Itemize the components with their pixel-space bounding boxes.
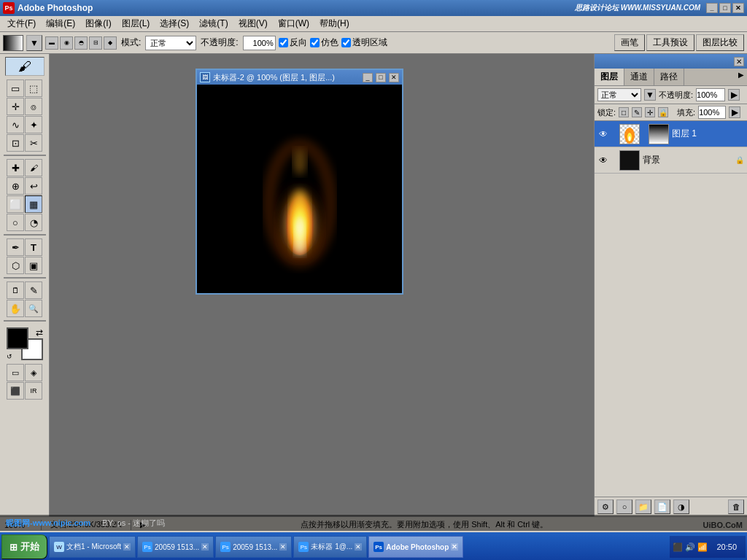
tool-hand[interactable]: ✋ [7,300,24,317]
radial-gradient-btn[interactable]: ◉ [60,36,73,50]
standard-mode-btn[interactable]: ▭ [7,364,24,381]
start-button[interactable]: ⊞ 开始 [1,534,47,559]
tab-paths[interactable]: 路径 [654,69,684,85]
tool-path-select[interactable]: ⬡ [7,257,24,274]
background-visibility-toggle[interactable]: 👁 [597,155,609,166]
close-button[interactable]: ✕ [732,3,744,13]
tool-marquee-ellipse[interactable]: ⬚ [25,79,42,97]
layer-item-background[interactable]: 👁 背景 🔒 [595,147,747,174]
menu-edit[interactable]: 编辑(E) [42,16,80,31]
menu-layer[interactable]: 图层(L) [117,16,155,31]
taskbar-close-ps3[interactable]: ✕ [355,543,362,551]
tool-blur[interactable]: ○ [7,214,24,231]
tool-lasso[interactable]: ⌾ [25,98,42,115]
reverse-checkbox[interactable]: 反向 [279,36,307,49]
reflected-gradient-btn[interactable]: ⊟ [89,36,102,50]
taskbar-ps1[interactable]: Ps 20059 1513... ✕ [137,536,214,558]
layer-opacity-input[interactable] [696,88,725,101]
preset-picker-button[interactable]: ▼ [26,35,42,51]
document-window[interactable]: 🖼 未标器-2 @ 100% (图层 1, 图层...) _ □ ✕ [196,69,403,295]
taskbar-close-word1[interactable]: ✕ [123,543,131,551]
opacity-arrow[interactable]: ▶ [728,89,740,101]
new-group-btn[interactable]: 📁 [635,499,651,514]
dither-check[interactable] [310,38,320,47]
taskbar-close-ps2[interactable]: ✕ [279,543,287,551]
reset-colors-icon[interactable]: ↺ [7,353,12,360]
active-tool-gradient[interactable]: 🖌 [5,57,44,76]
tool-pen[interactable]: ✒ [7,238,24,256]
tool-polygon-lasso[interactable]: ∿ [7,116,24,133]
tool-eyedropper[interactable]: ✎ [25,281,42,299]
taskbar-word1[interactable]: W 文档1 - Microsoft ✕ [49,536,136,558]
taskbar-ps3[interactable]: Ps 未标器 1@... ✕ [293,536,367,558]
lock-all-btn[interactable]: 🔒 [658,107,668,117]
opacity-input[interactable] [243,36,276,50]
tab-layers[interactable]: 图层 [595,69,624,85]
menu-view[interactable]: 视图(V) [234,16,272,31]
minimize-button[interactable]: _ [706,3,718,13]
reverse-check[interactable] [279,38,288,47]
layer-item-1[interactable]: 👁 [595,121,747,147]
adjustment-layer-btn[interactable]: ◑ [673,499,689,514]
tool-presets-btn[interactable]: 工具预设 [646,34,694,51]
tool-zoom[interactable]: 🔍 [25,300,42,317]
linear-gradient-btn[interactable]: ▬ [45,36,58,50]
layer-mask-btn[interactable]: ○ [616,499,632,514]
screen-mode-btn[interactable]: ⬛ [7,382,24,400]
doc-canvas[interactable] [197,85,402,293]
transparency-checkbox[interactable]: 透明区域 [341,36,387,49]
tool-brush[interactable]: 🖌 [25,159,42,176]
new-layer-btn[interactable]: 📄 [654,499,670,514]
transparency-check[interactable] [341,38,351,47]
quick-mask-btn[interactable]: ◈ [25,364,42,381]
layer-fx-btn[interactable]: ⚙ [597,499,614,514]
menu-image[interactable]: 图像(I) [81,16,115,31]
menu-filter[interactable]: 滤镜(T) [195,16,232,31]
tab-channels[interactable]: 通道 [624,69,654,85]
tool-eraser[interactable]: ⬜ [7,195,24,213]
tool-crop[interactable]: ⊡ [7,134,24,152]
lock-transparent-btn[interactable]: □ [619,107,629,117]
foreground-color-swatch[interactable] [7,327,28,349]
swap-colors-icon[interactable]: ⇄ [36,327,43,338]
tool-slice[interactable]: ✂ [25,134,42,152]
doc-close-btn[interactable]: ✕ [389,73,399,82]
blend-mode-arrow[interactable]: ▼ [644,89,656,101]
layer-compare-btn[interactable]: 图层比较 [696,34,744,51]
angle-gradient-btn[interactable]: ◓ [74,36,88,50]
taskbar-close-active[interactable]: ✕ [451,543,458,551]
panel-tab-arrow[interactable]: ▶ [735,69,747,85]
layer-1-visibility-toggle[interactable]: 👁 [597,128,609,140]
tool-shape[interactable]: ▣ [25,257,42,274]
delete-layer-btn[interactable]: 🗑 [728,499,744,514]
tool-dodge[interactable]: ◔ [25,214,42,231]
fill-arrow[interactable]: ▶ [729,106,740,118]
lock-image-btn[interactable]: ✎ [632,107,642,117]
tool-marquee-rect[interactable]: ▭ [7,79,24,97]
tool-history-brush[interactable]: ↩ [25,177,42,195]
doc-maximize-btn[interactable]: □ [376,73,386,82]
dither-checkbox[interactable]: 仿色 [310,36,338,49]
gradient-swatch[interactable] [3,35,23,51]
taskbar-close-ps1[interactable]: ✕ [201,543,209,551]
tool-heal[interactable]: ✚ [7,159,24,176]
menu-select[interactable]: 选择(S) [155,16,193,31]
tool-gradient[interactable]: ▦ [25,195,42,213]
layer-blend-mode-select[interactable]: 正常 [597,88,641,101]
layer-fill-input[interactable] [698,106,726,119]
menu-window[interactable]: 窗口(W) [274,16,314,31]
blend-mode-select[interactable]: 正常 溶解 正片叠底 [145,36,196,50]
tool-magic-wand[interactable]: ✦ [25,116,42,133]
tool-clone-stamp[interactable]: ⊕ [7,177,24,195]
tool-text[interactable]: T [25,238,42,256]
tool-notes[interactable]: 🗒 [7,281,24,299]
menu-help[interactable]: 帮助(H) [315,16,354,31]
lock-position-btn[interactable]: ✛ [645,107,655,117]
tool-move[interactable]: ✛ [7,98,24,115]
brush-panel-btn[interactable]: 画笔 [614,34,645,51]
image-ready-btn[interactable]: IR [25,382,42,400]
maximize-button[interactable]: □ [719,3,731,13]
doc-minimize-btn[interactable]: _ [363,73,373,82]
diamond-gradient-btn[interactable]: ◆ [104,36,117,50]
menu-file[interactable]: 文件(F) [3,16,40,31]
